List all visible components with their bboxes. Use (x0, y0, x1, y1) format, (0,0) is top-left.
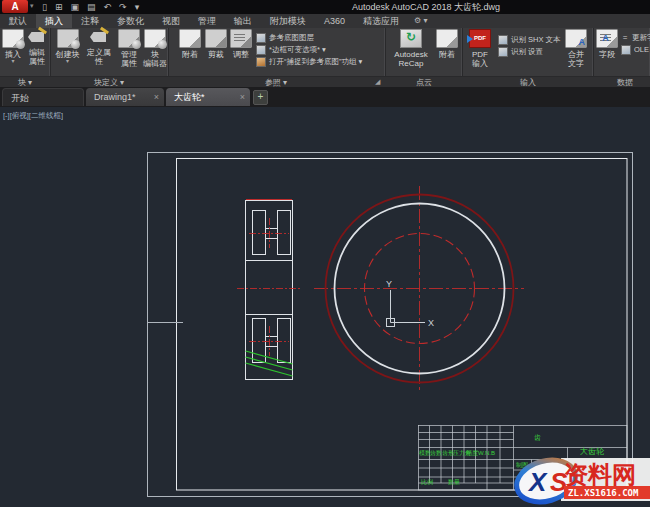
insert-dropdown-icon: ▾ (11, 59, 14, 64)
recognition-settings-button[interactable]: 识别 设置 (498, 46, 560, 57)
snap-to-underlay-icon (256, 57, 266, 67)
file-tab-bar: 开始 Drawing1* × 大齿轮* × + (0, 87, 650, 107)
save-icon[interactable]: ▣ (71, 2, 80, 12)
edit-attribute-button[interactable]: 编辑 属性 (26, 29, 48, 66)
snap-to-underlay-button[interactable]: 打开“捕捉到参考底图”功组 ▾ (256, 56, 384, 67)
tb-sign: 制图 (516, 462, 528, 469)
define-attributes-label: 定义属性 (84, 48, 114, 66)
reference-dialog-launcher-icon[interactable]: ◢ (375, 78, 380, 86)
viewport-controls[interactable]: [-][俯视][二维线框] (3, 111, 63, 121)
file-tab-dachilun[interactable]: 大齿轮* × (166, 88, 250, 106)
ribbon-tab-output[interactable]: 输出 (225, 14, 261, 28)
title-bar: A ▾ ▯ ⊞ ▣ ▤ ↶ ↷ ▾ Autodesk AutoCAD 2018 … (0, 0, 650, 14)
file-tab-dachilun-label: 大齿轮* (174, 92, 205, 102)
tb-param: W.N.B (478, 450, 495, 457)
recognition-settings-icon (498, 47, 508, 57)
panel-point-cloud: ↻ Autodesk ReCap 附着 (385, 28, 463, 76)
manage-attributes-button[interactable]: 管理 属性 (116, 29, 142, 68)
underlay-layers-button[interactable]: 参考底图图层 (256, 32, 384, 43)
ribbon-tab-parametric[interactable]: 参数化 (108, 14, 153, 28)
field-label: 字段 (599, 50, 615, 59)
open-file-icon[interactable]: ⊞ (55, 2, 63, 12)
field-icon (596, 29, 618, 48)
ribbon-tab-a360[interactable]: A360 (315, 14, 354, 28)
tb-part-name: 大齿轮 (580, 448, 604, 455)
ole-object-button[interactable]: OLE 对象 (621, 44, 650, 55)
tb-extra: 数量 (448, 479, 460, 486)
adjust-button[interactable]: 调整 (229, 29, 253, 59)
quick-access-toolbar: ▯ ⊞ ▣ ▤ ↶ ↷ ▾ (42, 0, 139, 14)
ribbon: 插入 ▾ 编辑 属性 创建块 ▾ 定义属性 管理 属性 (0, 28, 650, 76)
tb-note: 齿 (534, 434, 541, 441)
combine-text-button[interactable]: 合并 文字 (562, 29, 590, 68)
file-tab-dachilun-close-icon[interactable]: × (240, 88, 245, 106)
ribbon-tab-default[interactable]: 默认 (0, 14, 36, 28)
ribbon-tab-addins[interactable]: 附加模块 (261, 14, 315, 28)
field-button[interactable]: 字段 (595, 29, 619, 59)
recognize-shx-text-button[interactable]: 识别 SHX 文本 (498, 34, 560, 45)
ole-object-icon (621, 45, 631, 55)
file-tab-start[interactable]: 开始 (2, 88, 84, 106)
autodesk-recap-button[interactable]: ↻ Autodesk ReCap (389, 29, 433, 68)
update-field-button[interactable]: = 更新字段 (621, 32, 650, 43)
block-editor-icon (144, 29, 166, 48)
tb-param: 精度 (466, 450, 478, 457)
create-block-dropdown-icon: ▾ (66, 59, 69, 64)
redo-icon[interactable]: ↷ (119, 2, 127, 12)
create-block-button[interactable]: 创建块 ▾ (54, 29, 81, 64)
panel-reference: 附着 剪裁 调整 参考底图图层 *边框可变选项* ▾ (168, 28, 386, 76)
block-editor-button[interactable]: 块 编辑器 (143, 29, 167, 68)
adjust-icon (230, 29, 252, 48)
pointcloud-attach-label: 附着 (439, 50, 455, 59)
clip-button[interactable]: 剪裁 (204, 29, 228, 59)
ribbon-tab-insert[interactable]: 插入 (36, 14, 72, 28)
pointcloud-attach-button[interactable]: 附着 (435, 29, 459, 59)
tb-extra: 比例 (421, 479, 433, 486)
panel-block-definition: 创建块 ▾ 定义属性 管理 属性 块 编辑器 (50, 28, 169, 76)
attach-button[interactable]: 附着 (178, 29, 202, 59)
new-drawing-tab-button[interactable]: + (253, 90, 268, 105)
frames-option-button[interactable]: *边框可变选项* ▾ (256, 44, 384, 55)
window-title: Autodesk AutoCAD 2018 大齿轮.dwg (352, 1, 500, 14)
file-tab-start-label: 开始 (11, 93, 29, 103)
manage-attributes-icon (118, 29, 140, 48)
pdf-import-icon: PDF (469, 29, 491, 48)
insert-block-icon (2, 29, 24, 48)
workspace-switch-icon[interactable]: ⚙ ▾ (414, 14, 427, 28)
model-space-canvas[interactable]: [-][俯视][二维线框] (0, 107, 650, 507)
adjust-label: 调整 (233, 50, 249, 59)
ribbon-tab-featured-apps[interactable]: 精选应用 (354, 14, 408, 28)
qat-dropdown-icon[interactable]: ▾ (135, 2, 140, 12)
insert-block-button[interactable]: 插入 ▾ (2, 29, 24, 64)
recognize-shx-text-label: 识别 SHX 文本 (511, 35, 561, 45)
recognize-shx-text-icon (498, 35, 508, 45)
attach-icon (179, 29, 201, 48)
panel-data: 字段 = 更新字段 OLE 对象 (593, 28, 650, 76)
app-menu-button[interactable]: A (2, 0, 28, 13)
ribbon-tab-manage[interactable]: 管理 (189, 14, 225, 28)
define-attributes-button[interactable]: 定义属性 (84, 29, 114, 66)
ribbon-tab-view[interactable]: 视图 (153, 14, 189, 28)
autodesk-recap-icon: ↻ (400, 29, 422, 48)
autodesk-recap-label2: ReCap (399, 59, 424, 68)
file-tab-drawing1[interactable]: Drawing1* × (86, 88, 164, 106)
pdf-import-button[interactable]: PDF PDF 输入 (466, 29, 494, 68)
app-menu-arrow-icon[interactable]: ▾ (30, 2, 34, 10)
ribbon-tab-annotate[interactable]: 注释 (72, 14, 108, 28)
underlay-layers-icon (256, 33, 266, 43)
update-field-label: 更新字段 (632, 33, 650, 43)
plot-icon[interactable]: ▤ (87, 2, 96, 12)
combine-text-label2: 文字 (568, 59, 584, 68)
frames-option-icon (256, 45, 266, 55)
combine-text-icon (565, 29, 587, 48)
recognition-settings-label: 识别 设置 (511, 47, 543, 57)
frames-option-label: *边框可变选项* ▾ (269, 45, 326, 55)
edit-attribute-label2: 属性 (29, 57, 45, 66)
file-tab-drawing1-label: Drawing1* (94, 92, 136, 102)
undo-icon[interactable]: ↶ (104, 2, 112, 12)
tb-param: 齿数 (430, 450, 442, 457)
pdf-import-label2: 输入 (472, 59, 488, 68)
new-file-icon[interactable]: ▯ (42, 2, 47, 12)
file-tab-drawing1-close-icon[interactable]: × (154, 88, 159, 106)
clip-icon (205, 29, 227, 48)
